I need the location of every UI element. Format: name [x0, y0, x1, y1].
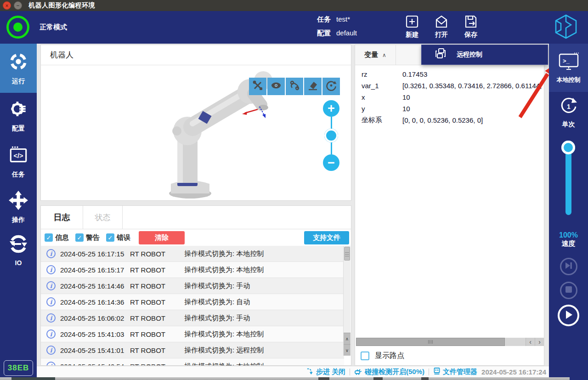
header-actions: 新建 打开 保存: [404, 14, 479, 39]
checkbox-checked-icon: ✓: [106, 233, 114, 242]
robot-3d-view[interactable]: + −: [41, 65, 351, 201]
log-row[interactable]: i 2024-05-25 16:15:17RT ROBOT操作模式切换为: 本地…: [41, 262, 344, 278]
open-file-icon: [434, 14, 449, 29]
play-button[interactable]: [558, 305, 579, 326]
eraser-button[interactable]: [304, 78, 322, 95]
collision-detection-toggle[interactable]: 碰撞检测开启(50%): [354, 367, 424, 376]
robot-panel: 机器人: [40, 45, 351, 201]
speed-slider-track[interactable]: [565, 147, 571, 215]
task-label: 任务: [317, 15, 331, 24]
speed-slider-handle[interactable]: [561, 141, 575, 154]
scroll-up-button[interactable]: ∧: [344, 333, 351, 344]
open-button[interactable]: 打开: [434, 14, 449, 39]
background-window-edge: [0, 377, 588, 380]
rotate-icon: [325, 79, 337, 93]
scroll-right-button[interactable]: ›: [535, 338, 544, 346]
support-files-button[interactable]: 支持文件: [304, 231, 349, 244]
sidebar-item-config[interactable]: 配置: [0, 93, 37, 138]
visibility-button[interactable]: [267, 78, 285, 95]
log-row[interactable]: i 2024-05-25 16:14:36RT ROBOT操作模式切换为: 自动: [41, 294, 344, 310]
filter-warning-checkbox[interactable]: ✓ 警告: [75, 233, 100, 242]
config-value: default: [336, 29, 357, 38]
log-panel: 日志 状态 ✓ 信息 ✓ 警告 ✓ 错误 清除 支持文件 i 2024-05-2…: [40, 205, 351, 366]
collapse-chevron-icon: ∧: [382, 52, 386, 58]
zoom-in-button[interactable]: +: [323, 100, 339, 117]
speed-label: 速度: [549, 239, 588, 248]
log-list: i 2024-05-25 16:17:15RT ROBOT操作模式切换为: 本地…: [41, 246, 344, 366]
tab-log[interactable]: 日志: [41, 206, 83, 229]
window-title: 机器人图形化编程环境: [28, 1, 95, 10]
stop-icon: [565, 286, 572, 295]
swap-circle-icon: [8, 234, 28, 255]
path-button[interactable]: [286, 78, 303, 95]
task-config-block: 任务 test* 配置 default: [317, 15, 357, 38]
filter-info-checkbox[interactable]: ✓ 信息: [45, 233, 69, 242]
gear-icon: [8, 98, 29, 121]
log-vertical-scrollbar[interactable]: ∧ ∨: [343, 246, 351, 356]
background-window-edge: [373, 377, 383, 380]
prompt-glyph: >_: [563, 57, 570, 64]
status-badge[interactable]: 38EB: [4, 360, 33, 376]
log-row[interactable]: i 2024-05-25 15:40:54RT ROBOT操作模式切换为: 本地…: [41, 358, 344, 366]
header: 正常模式 任务 test* 配置 default 新建: [0, 11, 588, 44]
tab-status[interactable]: 状态: [83, 206, 123, 229]
view-toolbar: [249, 78, 340, 95]
separator: [350, 369, 350, 375]
step-arrow-icon: [306, 367, 314, 376]
tools-button[interactable]: [249, 78, 266, 95]
variables-horizontal-scrollbar[interactable]: ‹ ›: [356, 338, 544, 346]
checkbox-checked-icon: ✓: [45, 233, 53, 242]
scroll-left-button[interactable]: ‹: [526, 338, 535, 346]
sidebar-item-run[interactable]: 运行: [0, 44, 37, 93]
stop-button[interactable]: [560, 282, 577, 299]
filter-error-checkbox[interactable]: ✓ 错误: [106, 233, 130, 242]
brand-logo: [554, 14, 578, 41]
right-control-bar: >_ 本地控制 1 单次 100% 速度: [549, 44, 588, 380]
log-row[interactable]: i 2024-05-25 15:41:03RT ROBOT操作模式切换为: 本地…: [41, 326, 344, 342]
background-window-edge: [11, 377, 55, 380]
scrollbar-thumb[interactable]: [356, 338, 505, 346]
zoom-out-button[interactable]: −: [323, 154, 339, 171]
mode-label: 正常模式: [40, 23, 67, 32]
sidebar-item-operate[interactable]: 操作: [0, 184, 37, 230]
code-window-icon: </>: [8, 144, 29, 167]
single-cycle-icon: 1: [559, 97, 579, 118]
new-button[interactable]: 新建: [404, 14, 420, 39]
local-control-button[interactable]: >_ 本地控制: [549, 44, 588, 92]
variables-tab[interactable]: 变量 ∧: [355, 45, 396, 65]
save-button[interactable]: 保存: [463, 14, 479, 39]
log-row[interactable]: i 2024-05-25 15:41:01RT ROBOT操作模式切换为: 远程…: [41, 342, 344, 358]
status-bar: 步进 关闭 碰撞检测开启(50%): [37, 366, 549, 377]
log-row[interactable]: i 2024-05-25 16:06:02RT ROBOT操作模式切换为: 手动: [41, 310, 344, 326]
info-icon: i: [46, 249, 56, 258]
single-run-button[interactable]: 1 单次: [549, 97, 588, 129]
collision-robot-icon: [354, 367, 362, 376]
minimize-icon[interactable]: −: [14, 1, 22, 10]
log-row[interactable]: i 2024-05-25 16:17:15RT ROBOT操作模式切换为: 本地…: [41, 246, 344, 262]
log-row[interactable]: i 2024-05-25 16:14:46RT ROBOT操作模式切换为: 手动: [41, 278, 344, 294]
scroll-down-button[interactable]: ∨: [344, 344, 351, 356]
scrollbar-thumb[interactable]: [344, 247, 350, 261]
single-count-glyph: 1: [567, 103, 571, 110]
remote-screens-icon: [422, 48, 447, 62]
file-manager-button[interactable]: 文件管理器: [433, 367, 477, 376]
eraser-icon: [307, 79, 319, 93]
config-label: 配置: [317, 29, 331, 38]
zoom-handle[interactable]: [324, 129, 338, 142]
step-forward-button[interactable]: [560, 258, 577, 275]
background-window-edge: [318, 377, 329, 380]
sidebar-item-io[interactable]: IO: [0, 230, 37, 270]
speed-value: 100%: [549, 231, 588, 239]
zoom-track: [331, 117, 332, 129]
robot-panel-title: 机器人: [41, 45, 351, 65]
close-icon[interactable]: ×: [3, 1, 11, 10]
show-waypoints-checkbox[interactable]: 显示路点: [361, 351, 404, 361]
step-mode-toggle[interactable]: 步进 关闭: [306, 367, 345, 376]
rotate-view-button[interactable]: [322, 78, 340, 95]
new-file-icon: [404, 14, 420, 29]
titlebar: × − 机器人图形化编程环境: [0, 0, 588, 11]
background-window-edge: [570, 377, 588, 380]
clear-button[interactable]: 清除: [139, 231, 185, 244]
sidebar-item-task[interactable]: </> 任务: [0, 138, 37, 184]
status-timestamp: 2024-05-25 16:17:24: [481, 368, 546, 376]
